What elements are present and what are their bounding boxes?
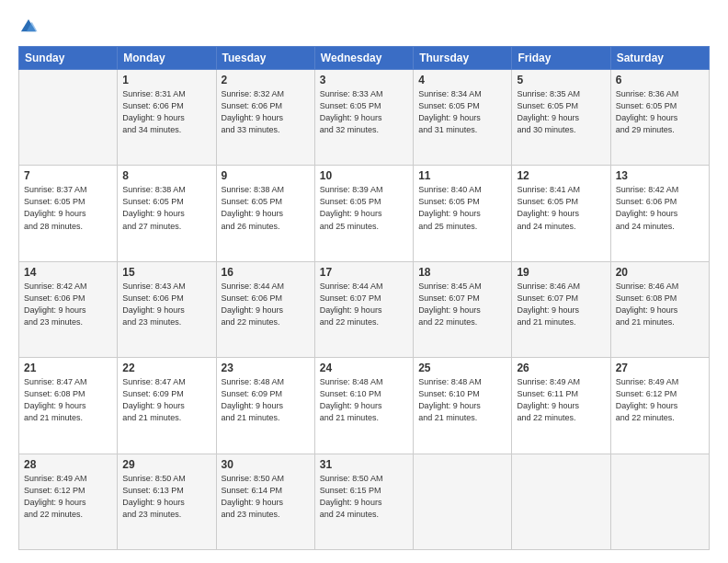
day-number: 1 — [122, 74, 210, 86]
day-cell: 6Sunrise: 8:36 AM Sunset: 6:05 PM Daylig… — [610, 70, 709, 166]
day-cell: 1Sunrise: 8:31 AM Sunset: 6:06 PM Daylig… — [118, 70, 216, 166]
day-cell — [610, 454, 709, 549]
day-cell: 11Sunrise: 8:40 AM Sunset: 6:05 PM Dayli… — [414, 166, 512, 261]
day-info: Sunrise: 8:39 AM Sunset: 6:05 PM Dayligh… — [320, 184, 408, 232]
day-number: 25 — [418, 362, 506, 374]
day-info: Sunrise: 8:34 AM Sunset: 6:05 PM Dayligh… — [418, 88, 506, 136]
day-number: 8 — [122, 169, 210, 182]
header-cell-tuesday: Tuesday — [216, 47, 314, 70]
day-number: 30 — [222, 458, 310, 471]
day-cell: 13Sunrise: 8:42 AM Sunset: 6:06 PM Dayli… — [610, 166, 709, 261]
day-cell: 22Sunrise: 8:47 AM Sunset: 6:09 PM Dayli… — [118, 358, 216, 454]
day-info: Sunrise: 8:42 AM Sunset: 6:06 PM Dayligh… — [616, 184, 704, 232]
day-cell: 24Sunrise: 8:48 AM Sunset: 6:10 PM Dayli… — [314, 358, 413, 454]
logo-icon — [18, 17, 39, 37]
header-row: SundayMondayTuesdayWednesdayThursdayFrid… — [19, 47, 710, 70]
day-info: Sunrise: 8:48 AM Sunset: 6:09 PM Dayligh… — [222, 376, 310, 424]
day-cell: 10Sunrise: 8:39 AM Sunset: 6:05 PM Dayli… — [314, 166, 413, 261]
day-number: 3 — [320, 74, 408, 86]
day-cell: 18Sunrise: 8:45 AM Sunset: 6:07 PM Dayli… — [414, 261, 512, 357]
day-info: Sunrise: 8:42 AM Sunset: 6:06 PM Dayligh… — [24, 281, 112, 328]
day-info: Sunrise: 8:45 AM Sunset: 6:07 PM Dayligh… — [418, 281, 506, 328]
day-number: 27 — [616, 362, 704, 374]
day-cell: 17Sunrise: 8:44 AM Sunset: 6:07 PM Dayli… — [314, 261, 413, 357]
day-number: 29 — [122, 458, 210, 471]
day-cell: 21Sunrise: 8:47 AM Sunset: 6:08 PM Dayli… — [19, 358, 118, 454]
day-info: Sunrise: 8:32 AM Sunset: 6:06 PM Dayligh… — [222, 88, 310, 136]
calendar-body: 1Sunrise: 8:31 AM Sunset: 6:06 PM Daylig… — [19, 70, 710, 550]
day-cell: 14Sunrise: 8:42 AM Sunset: 6:06 PM Dayli… — [19, 261, 118, 357]
day-number: 11 — [418, 169, 506, 182]
day-number: 19 — [517, 266, 605, 279]
week-row-0: 1Sunrise: 8:31 AM Sunset: 6:06 PM Daylig… — [19, 70, 710, 166]
day-info: Sunrise: 8:38 AM Sunset: 6:05 PM Dayligh… — [222, 184, 310, 232]
day-info: Sunrise: 8:44 AM Sunset: 6:07 PM Dayligh… — [320, 281, 408, 328]
day-info: Sunrise: 8:48 AM Sunset: 6:10 PM Dayligh… — [418, 376, 506, 424]
day-info: Sunrise: 8:40 AM Sunset: 6:05 PM Dayligh… — [418, 184, 506, 232]
calendar-table: SundayMondayTuesdayWednesdayThursdayFrid… — [18, 46, 710, 550]
header-cell-monday: Monday — [118, 47, 216, 70]
day-cell: 2Sunrise: 8:32 AM Sunset: 6:06 PM Daylig… — [216, 70, 314, 166]
calendar-header: SundayMondayTuesdayWednesdayThursdayFrid… — [19, 47, 710, 70]
day-info: Sunrise: 8:50 AM Sunset: 6:14 PM Dayligh… — [222, 473, 310, 521]
day-info: Sunrise: 8:47 AM Sunset: 6:08 PM Dayligh… — [24, 376, 112, 424]
header-cell-thursday: Thursday — [414, 47, 512, 70]
day-cell: 29Sunrise: 8:50 AM Sunset: 6:13 PM Dayli… — [118, 454, 216, 549]
day-cell: 20Sunrise: 8:46 AM Sunset: 6:08 PM Dayli… — [610, 261, 709, 357]
day-cell: 16Sunrise: 8:44 AM Sunset: 6:06 PM Dayli… — [216, 261, 314, 357]
logo — [18, 17, 42, 37]
day-cell: 30Sunrise: 8:50 AM Sunset: 6:14 PM Dayli… — [216, 454, 314, 549]
day-info: Sunrise: 8:49 AM Sunset: 6:12 PM Dayligh… — [616, 376, 704, 424]
day-number: 18 — [418, 266, 506, 279]
day-number: 7 — [24, 169, 112, 182]
day-cell: 12Sunrise: 8:41 AM Sunset: 6:05 PM Dayli… — [512, 166, 610, 261]
day-info: Sunrise: 8:44 AM Sunset: 6:06 PM Dayligh… — [222, 281, 310, 328]
day-number: 4 — [418, 74, 506, 86]
week-row-1: 7Sunrise: 8:37 AM Sunset: 6:05 PM Daylig… — [19, 166, 710, 261]
day-cell — [414, 454, 512, 549]
day-number: 14 — [24, 266, 112, 279]
day-number: 31 — [320, 458, 408, 471]
day-cell: 8Sunrise: 8:38 AM Sunset: 6:05 PM Daylig… — [118, 166, 216, 261]
day-info: Sunrise: 8:36 AM Sunset: 6:05 PM Dayligh… — [616, 88, 704, 136]
day-number: 28 — [24, 458, 112, 471]
day-number: 6 — [616, 74, 704, 86]
day-info: Sunrise: 8:33 AM Sunset: 6:05 PM Dayligh… — [320, 88, 408, 136]
day-info: Sunrise: 8:48 AM Sunset: 6:10 PM Dayligh… — [320, 376, 408, 424]
day-number: 22 — [122, 362, 210, 374]
day-info: Sunrise: 8:38 AM Sunset: 6:05 PM Dayligh… — [122, 184, 210, 232]
day-info: Sunrise: 8:35 AM Sunset: 6:05 PM Dayligh… — [517, 88, 605, 136]
day-info: Sunrise: 8:50 AM Sunset: 6:13 PM Dayligh… — [122, 473, 210, 521]
day-cell: 23Sunrise: 8:48 AM Sunset: 6:09 PM Dayli… — [216, 358, 314, 454]
day-info: Sunrise: 8:50 AM Sunset: 6:15 PM Dayligh… — [320, 473, 408, 521]
day-cell: 25Sunrise: 8:48 AM Sunset: 6:10 PM Dayli… — [414, 358, 512, 454]
day-info: Sunrise: 8:43 AM Sunset: 6:06 PM Dayligh… — [122, 281, 210, 328]
day-cell: 3Sunrise: 8:33 AM Sunset: 6:05 PM Daylig… — [314, 70, 413, 166]
day-cell: 4Sunrise: 8:34 AM Sunset: 6:05 PM Daylig… — [414, 70, 512, 166]
header-cell-sunday: Sunday — [19, 47, 118, 70]
day-number: 24 — [320, 362, 408, 374]
week-row-4: 28Sunrise: 8:49 AM Sunset: 6:12 PM Dayli… — [19, 454, 710, 549]
day-info: Sunrise: 8:49 AM Sunset: 6:12 PM Dayligh… — [24, 473, 112, 521]
day-number: 16 — [222, 266, 310, 279]
day-cell: 28Sunrise: 8:49 AM Sunset: 6:12 PM Dayli… — [19, 454, 118, 549]
day-info: Sunrise: 8:47 AM Sunset: 6:09 PM Dayligh… — [122, 376, 210, 424]
day-number: 9 — [222, 169, 310, 182]
day-number: 13 — [616, 169, 704, 182]
day-info: Sunrise: 8:37 AM Sunset: 6:05 PM Dayligh… — [24, 184, 112, 232]
day-cell: 26Sunrise: 8:49 AM Sunset: 6:11 PM Dayli… — [512, 358, 610, 454]
top-section — [18, 17, 710, 37]
day-number: 2 — [222, 74, 310, 86]
day-info: Sunrise: 8:31 AM Sunset: 6:06 PM Dayligh… — [122, 88, 210, 136]
header-cell-friday: Friday — [512, 47, 610, 70]
day-number: 10 — [320, 169, 408, 182]
day-cell: 15Sunrise: 8:43 AM Sunset: 6:06 PM Dayli… — [118, 261, 216, 357]
header-cell-saturday: Saturday — [610, 47, 709, 70]
day-info: Sunrise: 8:49 AM Sunset: 6:11 PM Dayligh… — [517, 376, 605, 424]
week-row-3: 21Sunrise: 8:47 AM Sunset: 6:08 PM Dayli… — [19, 358, 710, 454]
day-cell: 5Sunrise: 8:35 AM Sunset: 6:05 PM Daylig… — [512, 70, 610, 166]
day-cell: 19Sunrise: 8:46 AM Sunset: 6:07 PM Dayli… — [512, 261, 610, 357]
day-cell — [19, 70, 118, 166]
header-cell-wednesday: Wednesday — [314, 47, 413, 70]
day-cell: 7Sunrise: 8:37 AM Sunset: 6:05 PM Daylig… — [19, 166, 118, 261]
